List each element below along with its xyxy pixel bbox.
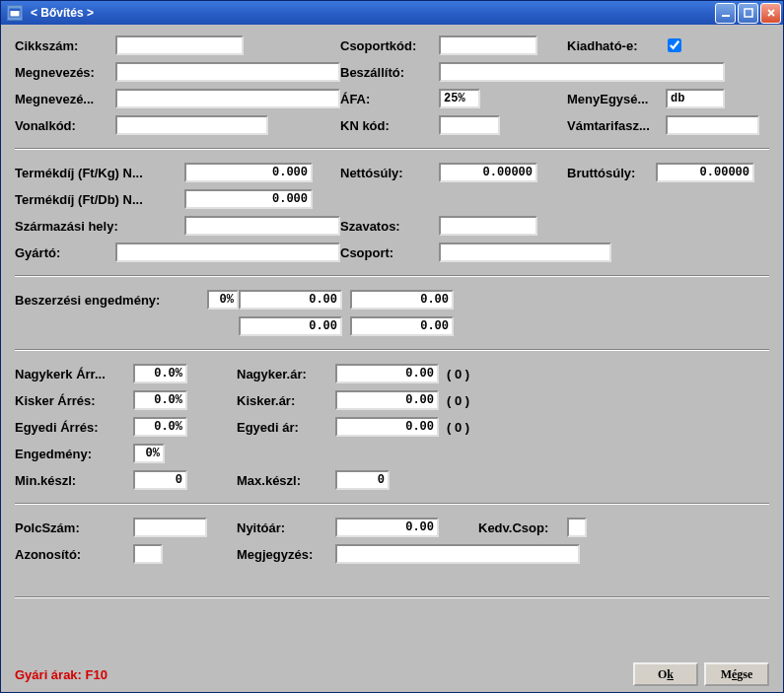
label-cikkszam: Cikkszám: <box>15 38 115 53</box>
close-button[interactable] <box>760 3 781 24</box>
label-egyedi-arres: Egyedi Árrés: <box>15 420 133 435</box>
minkeszl-input[interactable] <box>133 470 187 490</box>
label-csoport: Csoport: <box>340 245 439 260</box>
gyarto-input[interactable] <box>115 243 340 262</box>
label-beszerzesi: Beszerzési engedmény: <box>15 293 207 308</box>
bruttosuly-input[interactable] <box>656 163 754 182</box>
csoport-input[interactable] <box>439 243 611 262</box>
svg-rect-1 <box>10 9 20 11</box>
titlebar: < Bővítés > <box>1 1 783 25</box>
beszerzesi-v2-input[interactable] <box>350 290 454 310</box>
label-nyitoar: Nyitóár: <box>237 520 335 535</box>
kisker-ar-input[interactable] <box>335 390 439 410</box>
form-body: Cikkszám: Csoportkód: Kiadható-e: Megnev… <box>1 25 783 657</box>
maxkeszl-input[interactable] <box>335 470 390 490</box>
egyedi-suffix: ( 0 ) <box>447 420 469 435</box>
divider-5 <box>15 596 769 598</box>
label-vonalkod: Vonalkód: <box>15 118 115 133</box>
label-megnevezes: Megnevezés: <box>15 65 115 80</box>
ok-button[interactable]: Ok <box>633 662 698 686</box>
knkod-input[interactable] <box>439 115 500 135</box>
megneveze2-input[interactable] <box>115 89 340 108</box>
label-kedvcsop: Kedv.Csop: <box>478 520 567 535</box>
label-menyegyse: MenyEgysé... <box>567 92 666 106</box>
megnevezes-input[interactable] <box>115 62 340 82</box>
kedvcsop-input[interactable] <box>567 518 587 537</box>
divider-3 <box>15 349 769 351</box>
kiadhato-checkbox[interactable] <box>668 38 681 52</box>
label-nagyker-ar: Nagyker.ár: <box>237 367 335 381</box>
label-szavatos: Szavatos: <box>340 219 439 234</box>
footer-hint: Gyári árak: F10 <box>15 667 627 682</box>
label-kisker-ar: Kisker.ár: <box>237 393 335 408</box>
label-kiadhato: Kiadható-e: <box>567 38 668 53</box>
minimize-button[interactable] <box>715 3 736 24</box>
dialog-window: < Bővítés > Cikkszám: Csoportkód: Kiadha… <box>0 0 784 693</box>
window-title: < Bővítés > <box>27 6 715 20</box>
label-beszallito: Beszállító: <box>340 65 439 80</box>
vamtarifasz-input[interactable] <box>666 115 759 135</box>
app-icon <box>7 5 23 21</box>
beszerzesi-v3-input[interactable] <box>239 316 342 336</box>
label-knkod: KN kód: <box>340 118 439 133</box>
afa-input[interactable] <box>439 89 480 108</box>
label-polcszam: PolcSzám: <box>15 520 133 535</box>
label-azonosito: Azonosító: <box>15 547 133 562</box>
label-szarmazasi: Származási hely: <box>15 219 184 234</box>
divider-4 <box>15 503 769 505</box>
cikkszam-input[interactable] <box>115 35 244 55</box>
label-engedmeny: Engedmény: <box>15 447 133 461</box>
nagyker-suffix: ( 0 ) <box>447 367 469 381</box>
csoportkod-input[interactable] <box>439 35 537 55</box>
label-gyarto: Gyártó: <box>15 245 115 260</box>
label-nagykerk-arr: Nagykerk Árr... <box>15 367 133 381</box>
menyegyse-input[interactable] <box>666 89 725 108</box>
nagyker-ar-input[interactable] <box>335 364 439 383</box>
label-termekdij-db: Termékdíj (Ft/Db) N... <box>15 192 184 207</box>
label-nettosuly: Nettósúly: <box>340 166 439 180</box>
label-egyedi-ar: Egyedi ár: <box>237 420 335 435</box>
szavatos-input[interactable] <box>439 216 537 236</box>
label-megjegyzes: Megjegyzés: <box>237 547 335 562</box>
label-vamtarifasz: Vámtarifasz... <box>567 118 666 133</box>
label-bruttosuly: Bruttósúly: <box>567 166 656 180</box>
label-afa: ÁFA: <box>340 92 439 106</box>
szarmazasi-input[interactable] <box>184 216 340 236</box>
maximize-button[interactable] <box>738 3 758 24</box>
label-maxkeszl: Max.készl: <box>237 473 335 488</box>
nagykerk-arr-input[interactable] <box>133 364 187 383</box>
footer: Gyári árak: F10 Ok Mégse <box>1 657 783 692</box>
engedmeny-input[interactable] <box>133 444 165 463</box>
beszerzesi-v4-input[interactable] <box>350 316 454 336</box>
svg-rect-2 <box>722 15 730 17</box>
egyedi-ar-input[interactable] <box>335 417 439 437</box>
beszerzesi-v1-input[interactable] <box>239 290 342 310</box>
nettosuly-input[interactable] <box>439 163 537 182</box>
divider-2 <box>15 275 769 277</box>
vonalkod-input[interactable] <box>115 115 268 135</box>
beszerzesi-pct-input[interactable] <box>207 290 239 310</box>
egyedi-arres-input[interactable] <box>133 417 187 437</box>
azonosito-input[interactable] <box>133 544 163 564</box>
termekdij-kg-input[interactable] <box>184 163 313 182</box>
label-kisker-arres: Kisker Árrés: <box>15 393 133 408</box>
nyitoar-input[interactable] <box>335 518 439 537</box>
megjegyzes-input[interactable] <box>335 544 580 564</box>
kisker-arres-input[interactable] <box>133 390 187 410</box>
label-megneveze2: Megnevezé... <box>15 92 115 106</box>
beszallito-input[interactable] <box>439 62 725 82</box>
divider-1 <box>15 148 769 150</box>
titlebar-buttons <box>715 3 781 24</box>
label-termekdij-kg: Termékdíj (Ft/Kg) N... <box>15 166 184 180</box>
kisker-suffix: ( 0 ) <box>447 393 469 408</box>
label-csoportkod: Csoportkód: <box>340 38 439 53</box>
svg-rect-3 <box>745 9 752 17</box>
cancel-button[interactable]: Mégse <box>704 662 769 686</box>
label-minkeszl: Min.készl: <box>15 473 133 488</box>
polcszam-input[interactable] <box>133 518 207 537</box>
termekdij-db-input[interactable] <box>184 189 313 209</box>
